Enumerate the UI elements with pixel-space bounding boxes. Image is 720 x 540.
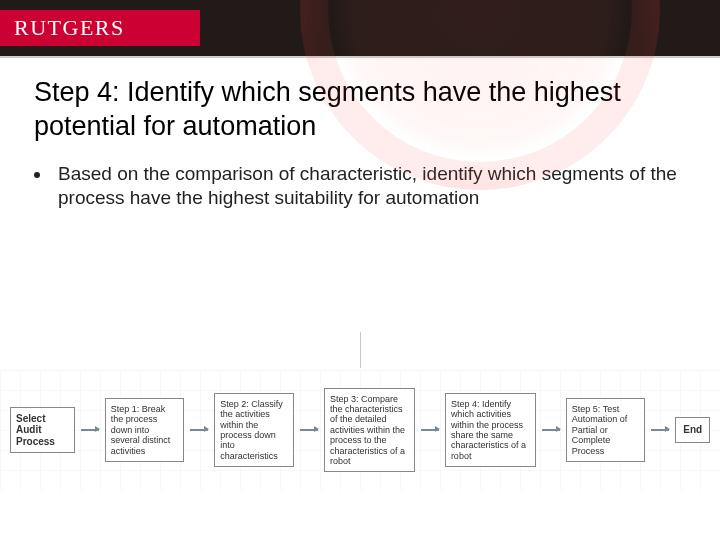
arrow-icon [81, 429, 99, 430]
process-flow-diagram: Select Audit Process Step 1: Break the p… [0, 370, 720, 490]
flow-step-box: Step 4: Identify which activities within… [445, 393, 536, 467]
arrow-icon [190, 429, 208, 430]
logo-bar: RUTGERS [0, 10, 200, 46]
flow-end-box: End [675, 417, 710, 443]
flow-step-box: Step 1: Break the process down into seve… [105, 398, 185, 462]
flow-row: Select Audit Process Step 1: Break the p… [6, 370, 714, 490]
slide-title: Step 4: Identify which segments have the… [34, 76, 686, 144]
arrow-icon [421, 429, 439, 430]
arrow-icon [651, 429, 669, 430]
flow-start-box: Select Audit Process [10, 407, 75, 454]
slide-content: Step 4: Identify which segments have the… [0, 58, 720, 211]
logo-text: RUTGERS [14, 15, 125, 41]
arrow-icon [542, 429, 560, 430]
flow-step-box: Step 5: Test Automation of Partial or Co… [566, 398, 646, 462]
bullet-item: Based on the comparison of characteristi… [52, 162, 686, 211]
flow-step-box: Step 2: Classify the activities within t… [214, 393, 294, 467]
header-band: RUTGERS [0, 0, 720, 56]
pointer-indicator [360, 332, 361, 368]
arrow-icon [300, 429, 318, 430]
flow-step-box: Step 3: Compare the characteristics of t… [324, 388, 415, 472]
bullet-list: Based on the comparison of characteristi… [52, 162, 686, 211]
